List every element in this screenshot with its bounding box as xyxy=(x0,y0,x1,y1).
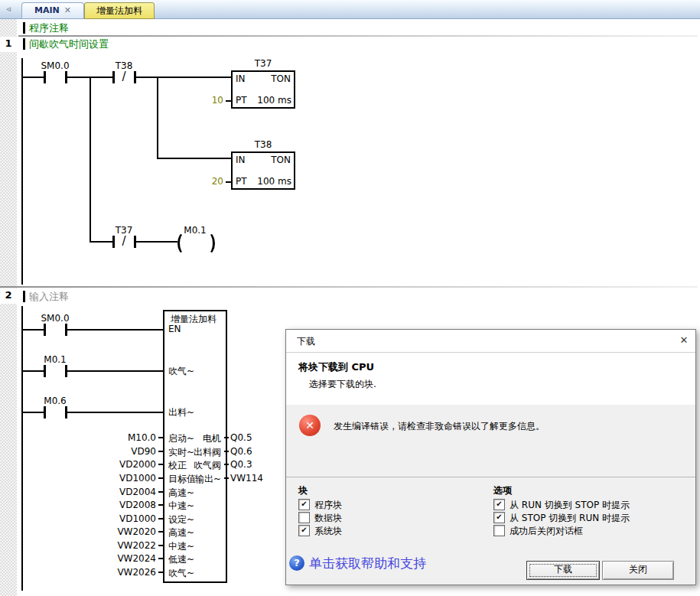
network-separator xyxy=(18,35,698,37)
checkbox[interactable]: ✔ xyxy=(298,525,310,536)
wire xyxy=(226,181,231,183)
error-message: 发生编译错误，请检查非致命错误以了解更多信息。 xyxy=(334,420,545,433)
timer-t38-pt-value[interactable]: 20 xyxy=(193,176,223,187)
contact-label: SM0.0 xyxy=(32,60,78,71)
wire xyxy=(67,329,163,331)
timer-in-pin: IN xyxy=(236,155,246,165)
operand[interactable]: VW2024 xyxy=(107,553,156,564)
network1-comment[interactable]: 间歇吹气时间设置 xyxy=(29,37,109,51)
wire xyxy=(158,437,163,438)
contact-t38-nc[interactable]: T38 / xyxy=(101,60,147,91)
coil-arc xyxy=(177,232,192,255)
wire xyxy=(158,558,163,559)
dialog-heading: 将块下载到 CPU xyxy=(298,360,374,374)
contact-m0-1[interactable]: M0.1 xyxy=(32,354,78,385)
checkbox[interactable] xyxy=(298,512,310,523)
comment-marker xyxy=(23,291,25,302)
power-rail xyxy=(21,58,23,285)
checkbox[interactable]: ✔ xyxy=(493,499,505,510)
timer-t38[interactable]: T38 IN TON PT 100 ms xyxy=(231,139,295,190)
checkbox[interactable]: ✔ xyxy=(298,499,310,510)
wire xyxy=(158,518,163,519)
operand[interactable]: VD90 xyxy=(107,446,156,457)
timer-t37-pt-value[interactable]: 10 xyxy=(193,95,223,106)
block-pin: 高速~ xyxy=(168,487,194,500)
block-pin: 中速~ xyxy=(168,540,194,553)
wire xyxy=(90,77,91,243)
operand[interactable]: VW2020 xyxy=(107,526,156,537)
wire xyxy=(158,572,163,573)
network-separator xyxy=(0,286,698,288)
timer-pt-pin: PT xyxy=(236,176,247,187)
dialog-titlebar[interactable]: 下载 ✕ xyxy=(286,330,695,353)
contact-sm0-0[interactable]: SM0.0 xyxy=(32,313,78,344)
tab-close-icon[interactable]: ✕ xyxy=(64,5,71,15)
block-pin: 中速~ xyxy=(168,500,194,513)
checkbox[interactable] xyxy=(493,525,505,536)
contact-bar xyxy=(44,365,46,377)
function-block-zengliangfajialiao[interactable]: 增量法加料 EN 吹气~ 出料~ 启动~ 实时~ 校正 目标值 高速~ 中速~ … xyxy=(163,310,227,583)
wire xyxy=(157,158,231,159)
tab-program-block-label: 增量法加料 xyxy=(96,5,142,16)
wire xyxy=(136,241,177,243)
operand[interactable]: VD2008 xyxy=(107,500,156,510)
block-pin: 吹气~ xyxy=(168,567,194,580)
operand[interactable]: VD1000 xyxy=(107,513,156,524)
dialog-header: 将块下载到 CPU 选择要下载的块. xyxy=(286,353,695,405)
operand[interactable]: VD1000 xyxy=(107,473,156,484)
operand[interactable]: Q0.6 xyxy=(230,446,252,457)
wire xyxy=(224,451,229,452)
tab-program-block[interactable]: 增量法加料 xyxy=(84,2,155,19)
operand[interactable]: Q0.5 xyxy=(230,432,252,443)
timer-time-base: 100 ms xyxy=(257,95,291,106)
contact-label: M0.6 xyxy=(32,396,78,406)
block-pin: 高速~ xyxy=(168,526,194,539)
dialog-close-icon[interactable]: ✕ xyxy=(676,333,692,348)
tab-bar: ◃ MAIN✕ 增量法加料 xyxy=(0,0,700,19)
wire xyxy=(157,77,158,159)
checkbox-label: 从 STOP 切换到 RUN 时提示 xyxy=(510,512,630,525)
wire xyxy=(158,477,163,479)
timer-pt-pin: PT xyxy=(236,95,247,106)
contact-sm0-0[interactable]: SM0.0 xyxy=(32,60,78,91)
operand[interactable]: VW114 xyxy=(230,473,263,484)
operand[interactable]: Q0.3 xyxy=(230,459,252,470)
comment-marker xyxy=(23,22,25,34)
contact-bar xyxy=(44,324,46,336)
block-pin-en: EN xyxy=(168,324,181,334)
block-pin: 出料阀 xyxy=(166,446,221,459)
tab-main-label: MAIN xyxy=(34,5,60,15)
wire xyxy=(67,370,163,372)
help-link[interactable]: 单击获取帮助和支持 xyxy=(309,555,426,572)
operand[interactable]: VD2000 xyxy=(107,459,156,470)
download-button[interactable]: 下载 xyxy=(526,561,600,580)
operand[interactable]: M10.0 xyxy=(107,432,156,443)
tab-main[interactable]: MAIN✕ xyxy=(21,2,84,18)
close-button[interactable]: 关闭 xyxy=(602,561,674,580)
coil-m0-1[interactable]: M0.1 xyxy=(172,225,218,259)
comment-marker xyxy=(23,38,25,50)
timer-t37[interactable]: T37 IN TON PT 100 ms xyxy=(231,58,295,109)
operand[interactable]: VW2022 xyxy=(107,540,156,551)
program-comment[interactable]: 程序注释 xyxy=(29,21,69,35)
blocks-group-title: 块 xyxy=(298,484,308,497)
checkbox-label: 系统块 xyxy=(314,525,342,538)
error-icon: ✕ xyxy=(299,415,321,436)
wire xyxy=(136,77,231,78)
dialog-separator xyxy=(286,477,695,477)
dialog-subheading: 选择要下载的块. xyxy=(309,378,376,391)
wire xyxy=(158,491,163,493)
block-pin: 吹气~ xyxy=(168,365,194,378)
block-pin: 吹气阀 xyxy=(166,459,221,472)
network2-comment[interactable]: 输入注释 xyxy=(29,290,69,304)
contact-bar xyxy=(44,406,46,419)
help-icon[interactable]: ? xyxy=(289,555,304,571)
tab-scroll-left-icon[interactable]: ◃ xyxy=(2,2,15,15)
operand[interactable]: VW2026 xyxy=(107,567,156,578)
plc-editor-window: ◃ MAIN✕ 增量法加料 1 2 程序注释 间歇吹气时间设置 输入注释 SM0… xyxy=(0,0,700,596)
network2-number: 2 xyxy=(0,288,17,304)
contact-t37-nc[interactable]: T37 / xyxy=(101,225,147,256)
operand[interactable]: VD2004 xyxy=(107,487,156,497)
contact-m0-6[interactable]: M0.6 xyxy=(32,396,78,426)
checkbox[interactable]: ✔ xyxy=(493,512,505,523)
